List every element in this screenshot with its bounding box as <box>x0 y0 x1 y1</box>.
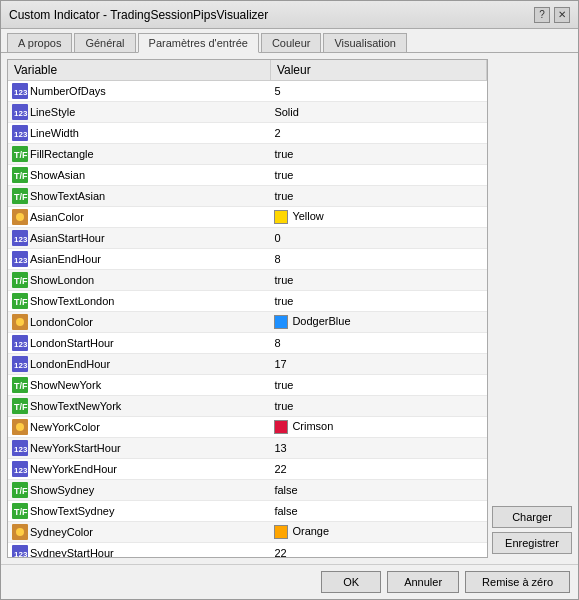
help-button[interactable]: ? <box>534 7 550 23</box>
value-cell: true <box>270 165 486 186</box>
table-row[interactable]: T/F ShowTextLondontrue <box>8 291 487 312</box>
table-row[interactable]: 123 LondonStartHour8 <box>8 333 487 354</box>
table-row[interactable]: 123 SydneyStartHour22 <box>8 543 487 559</box>
ok-button[interactable]: OK <box>321 571 381 593</box>
variable-name: ShowLondon <box>30 274 94 286</box>
svg-text:T/F: T/F <box>14 381 28 391</box>
svg-text:123: 123 <box>14 88 28 97</box>
variable-name: LineWidth <box>30 127 79 139</box>
value-text: 8 <box>274 253 280 265</box>
variable-cell: 123 AsianStartHour <box>8 228 270 249</box>
num-icon: 123 <box>12 335 28 351</box>
value-text: true <box>274 190 293 202</box>
value-text: true <box>274 379 293 391</box>
table-row[interactable]: T/F ShowTextSydneyfalse <box>8 501 487 522</box>
tab-visualisation[interactable]: Visualisation <box>323 33 407 52</box>
table-row[interactable]: T/F ShowSydneyfalse <box>8 480 487 501</box>
value-text: 17 <box>274 358 286 370</box>
charger-button[interactable]: Charger <box>492 506 572 528</box>
bool-icon: T/F <box>12 377 28 393</box>
table-row[interactable]: 123 LineWidth2 <box>8 123 487 144</box>
value-cell: 2 <box>270 123 486 144</box>
table-row[interactable]: T/F FillRectangletrue <box>8 144 487 165</box>
svg-text:T/F: T/F <box>14 507 28 517</box>
variable-cell: 123 SydneyStartHour <box>8 543 270 559</box>
color-icon <box>12 209 28 225</box>
bool-icon: T/F <box>12 146 28 162</box>
value-cell: 17 <box>270 354 486 375</box>
variable-name: NewYorkStartHour <box>30 442 121 454</box>
tab-général[interactable]: Général <box>74 33 135 52</box>
table-row[interactable]: 123 LondonEndHour17 <box>8 354 487 375</box>
variable-name: AsianEndHour <box>30 253 101 265</box>
variable-name: LondonStartHour <box>30 337 114 349</box>
value-cell: 22 <box>270 543 486 559</box>
table-row[interactable]: 123 AsianEndHour8 <box>8 249 487 270</box>
table-row[interactable]: 123 AsianStartHour0 <box>8 228 487 249</box>
annuler-button[interactable]: Annuler <box>387 571 459 593</box>
value-cell: 0 <box>270 228 486 249</box>
variable-cell: T/F ShowTextAsian <box>8 186 270 207</box>
bool-icon: T/F <box>12 482 28 498</box>
value-cell: Crimson <box>270 417 486 438</box>
table-row[interactable]: 123 NewYorkEndHour22 <box>8 459 487 480</box>
side-buttons: Charger Enregistrer <box>492 59 572 558</box>
bool-icon: T/F <box>12 272 28 288</box>
value-text: true <box>274 274 293 286</box>
color-icon <box>12 314 28 330</box>
variable-name: LondonColor <box>30 316 93 328</box>
svg-text:123: 123 <box>14 235 28 244</box>
variable-name: AsianStartHour <box>30 232 105 244</box>
table-row[interactable]: 123 LineStyleSolid <box>8 102 487 123</box>
close-button[interactable]: ✕ <box>554 7 570 23</box>
variable-name: ShowTextAsian <box>30 190 105 202</box>
tab-couleur[interactable]: Couleur <box>261 33 322 52</box>
color-swatch <box>274 210 288 224</box>
value-cell: Orange <box>270 522 486 543</box>
value-text: 22 <box>274 547 286 558</box>
svg-point-23 <box>16 318 24 326</box>
window-title: Custom Indicator - TradingSessionPipsVis… <box>9 8 268 22</box>
value-text: 22 <box>274 463 286 475</box>
variable-cell: 123 LondonStartHour <box>8 333 270 354</box>
svg-point-43 <box>16 528 24 536</box>
value-cell: true <box>270 144 486 165</box>
num-icon: 123 <box>12 356 28 372</box>
table-row[interactable]: AsianColorYellow <box>8 207 487 228</box>
svg-text:123: 123 <box>14 130 28 139</box>
variable-name: SydneyColor <box>30 526 93 538</box>
table-row[interactable]: SydneyColorOrange <box>8 522 487 543</box>
table-row[interactable]: T/F ShowTextNewYorktrue <box>8 396 487 417</box>
table-row[interactable]: T/F ShowNewYorktrue <box>8 375 487 396</box>
variable-cell: T/F ShowTextLondon <box>8 291 270 312</box>
table-row[interactable]: T/F ShowLondontrue <box>8 270 487 291</box>
table-row[interactable]: T/F ShowAsiantrue <box>8 165 487 186</box>
color-swatch <box>274 420 288 434</box>
table-row[interactable]: 123 NumberOfDays5 <box>8 81 487 102</box>
variable-name: ShowAsian <box>30 169 85 181</box>
variable-name: ShowNewYork <box>30 379 101 391</box>
tab-paramètres-d'entrée[interactable]: Paramètres d'entrée <box>138 33 259 53</box>
variable-cell: T/F FillRectangle <box>8 144 270 165</box>
remise-a-zero-button[interactable]: Remise à zéro <box>465 571 570 593</box>
main-content: Variable Valeur 123 NumberOfDays5 123 Li… <box>1 53 578 564</box>
value-text: Crimson <box>292 420 333 432</box>
col-header-variable: Variable <box>8 60 270 81</box>
footer: OK Annuler Remise à zéro <box>1 564 578 599</box>
table-row[interactable]: LondonColorDodgerBlue <box>8 312 487 333</box>
svg-text:123: 123 <box>14 340 28 349</box>
enregistrer-button[interactable]: Enregistrer <box>492 532 572 554</box>
svg-point-33 <box>16 423 24 431</box>
svg-text:T/F: T/F <box>14 486 28 496</box>
table-row[interactable]: NewYorkColorCrimson <box>8 417 487 438</box>
variable-name: ShowTextLondon <box>30 295 114 307</box>
variable-name: NewYorkColor <box>30 421 100 433</box>
table-row[interactable]: T/F ShowTextAsiantrue <box>8 186 487 207</box>
tab-a-propos[interactable]: A propos <box>7 33 72 52</box>
variable-cell: T/F ShowTextSydney <box>8 501 270 522</box>
value-text: 2 <box>274 127 280 139</box>
table-row[interactable]: 123 NewYorkStartHour13 <box>8 438 487 459</box>
num-icon: 123 <box>12 104 28 120</box>
variable-name: ShowSydney <box>30 484 94 496</box>
variable-cell: T/F ShowAsian <box>8 165 270 186</box>
